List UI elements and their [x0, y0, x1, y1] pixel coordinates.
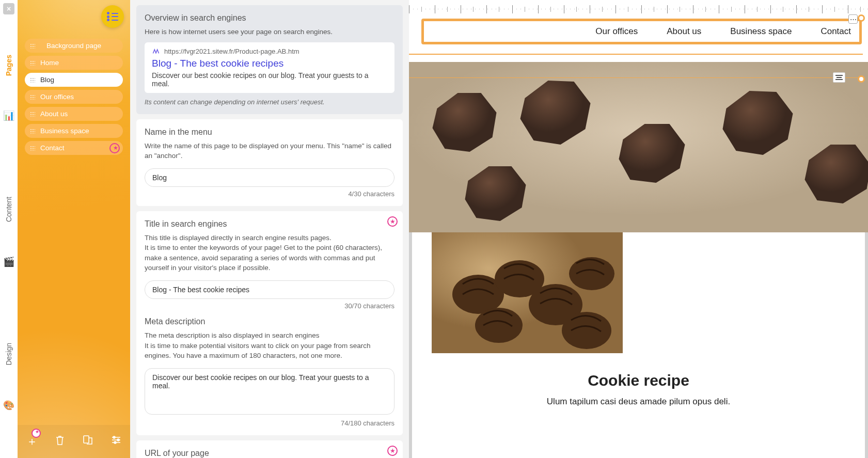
seo-title-help: This title is displayed directly in sear…: [145, 233, 394, 273]
hero-image: [409, 62, 868, 232]
name-help: Write the name of this page to be displa…: [145, 141, 394, 161]
seo-title-counter: 30/70 characters: [145, 302, 394, 310]
preview-title: Blog - The best cookie recipes: [152, 58, 387, 69]
svg-rect-0: [84, 436, 89, 443]
selection-outline: [409, 54, 863, 55]
name-card: Name in the menu Write the name of this …: [136, 119, 403, 206]
name-counter: 4/30 characters: [145, 190, 394, 198]
pages-sidebar: Background page Home Blog Our offices Ab…: [18, 0, 130, 458]
meta-counter: 74/180 characters: [145, 419, 394, 427]
media-icon[interactable]: 🎬: [3, 256, 14, 267]
add-page-button[interactable]: ＋★: [26, 434, 38, 449]
nav-item-contact[interactable]: Contact: [820, 26, 851, 37]
article-subheading: Ulum tapilum casi deus amade pilum opus …: [409, 397, 868, 407]
rail-tab-design[interactable]: Design: [5, 343, 13, 366]
url-heading: URL of your page: [145, 449, 394, 458]
sidebar-item-contact[interactable]: Contact★: [25, 141, 123, 155]
align-center-icon[interactable]: [833, 72, 845, 83]
svg-point-9: [569, 257, 614, 290]
close-icon[interactable]: ×: [3, 3, 14, 14]
page-settings-panel: Overview in search engines Here is how i…: [130, 0, 409, 458]
svg-point-3: [114, 441, 116, 444]
modules-icon[interactable]: 📊: [3, 110, 14, 121]
pages-menu-icon[interactable]: [101, 5, 124, 28]
article-thumbnail: [432, 232, 623, 353]
site-preview: ⋯ Our offices About us Business space Co…: [409, 0, 868, 458]
seo-title-card: ★ Title in search engines This title is …: [136, 211, 403, 435]
meta-input[interactable]: [145, 368, 394, 415]
rail-tab-pages[interactable]: Pages: [5, 55, 13, 76]
page-settings-button[interactable]: [111, 435, 122, 448]
overview-note: Its content can change depending on inte…: [145, 98, 394, 106]
nav-item-business[interactable]: Business space: [730, 26, 792, 37]
duplicate-page-button[interactable]: [82, 434, 93, 449]
sidebar-item-background[interactable]: Background page: [25, 39, 123, 53]
ruler: [409, 3, 868, 15]
selection-outline: [409, 77, 863, 78]
sidebar-item-blog[interactable]: Blog: [25, 73, 123, 87]
search-preview: https://fvgr2021.sitew.fr/Product-page.A…: [145, 42, 394, 93]
sidebar-item-business[interactable]: Business space: [25, 124, 123, 138]
site-nav[interactable]: Our offices About us Business space Cont…: [421, 19, 862, 44]
meta-help: The meta description is also displayed i…: [145, 330, 394, 361]
overview-intro: Here is how internet users see your page…: [145, 27, 394, 37]
url-card: ★ URL of your page The URL of your page …: [136, 440, 403, 458]
preview-desc: Discover our best cookie recipes on our …: [152, 71, 387, 88]
overview-title: Overview in search engines: [145, 13, 394, 23]
name-input[interactable]: [145, 168, 394, 187]
selection-handle[interactable]: [858, 75, 865, 83]
article-heading: Cookie recipe: [409, 372, 868, 389]
nav-item-offices[interactable]: Our offices: [595, 26, 638, 37]
svg-point-11: [562, 312, 611, 349]
selection-handle[interactable]: [858, 14, 865, 22]
sidebar-item-about[interactable]: About us: [25, 107, 123, 121]
sidebar-item-home[interactable]: Home: [25, 56, 123, 70]
more-menu-icon[interactable]: ⋯: [848, 14, 858, 24]
delete-page-button[interactable]: [55, 434, 65, 449]
svg-point-2: [117, 439, 119, 441]
rail-tab-content[interactable]: Content: [5, 197, 13, 222]
name-title: Name in the menu: [145, 128, 394, 137]
preview-url: https://fvgr2021.sitew.fr/Product-page.A…: [164, 48, 299, 55]
premium-badge-icon: ★: [387, 446, 398, 456]
svg-point-10: [475, 308, 523, 343]
svg-point-1: [113, 436, 115, 438]
meta-heading: Meta description: [145, 317, 394, 326]
seo-overview-card: Overview in search engines Here is how i…: [136, 5, 403, 114]
nav-item-about[interactable]: About us: [667, 26, 701, 37]
seo-title-input[interactable]: [145, 280, 394, 299]
sitew-icon: [152, 48, 160, 56]
seo-title-heading: Title in search engines: [145, 219, 394, 229]
palette-icon[interactable]: 🎨: [3, 400, 14, 411]
premium-badge-icon: ★: [387, 216, 398, 227]
sidebar-item-offices[interactable]: Our offices: [25, 90, 123, 104]
